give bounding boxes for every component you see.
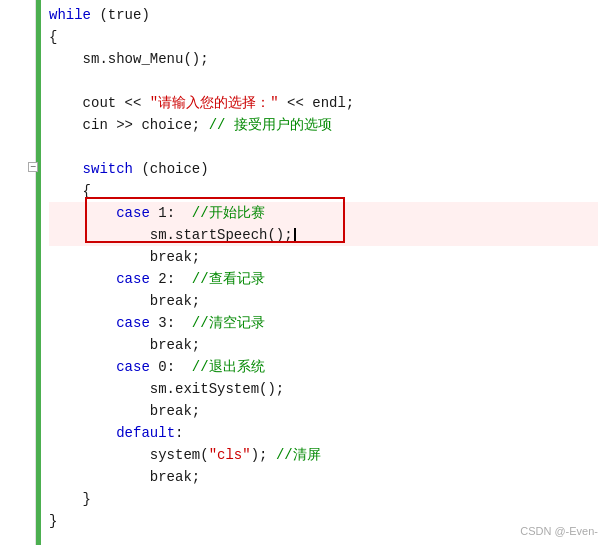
text-cursor [294,228,296,242]
code-line-21: system("cls"); //清屏 [49,444,598,466]
code-line-22: break; [49,466,598,488]
line-numbers [0,0,36,545]
code-line-16: break; [49,334,598,356]
code-line-15: case 3: //清空记录 [49,312,598,334]
code-line-12: break; [49,246,598,268]
code-line-20: default: [49,422,598,444]
collapse-icon-while[interactable]: − [28,162,38,172]
code-line-24: } [49,510,598,532]
watermark: CSDN @-Even- [520,525,598,537]
code-line-18: sm.exitSystem(); [49,378,598,400]
code-line-3: sm.show_Menu(); [49,48,598,70]
code-line-6: cin >> choice; // 接受用户的选项 [49,114,598,136]
code-line-7 [49,136,598,158]
keyword-while: while [49,4,91,26]
code-line-9: { [49,180,598,202]
code-line-4 [49,70,598,92]
code-line-10: case 1: //开始比赛 [49,202,598,224]
code-line-23: } [49,488,598,510]
code-content[interactable]: while (true) { sm.show_Menu(); cout << "… [41,0,606,545]
code-editor: − while (true) { sm.show_Menu(); cout <<… [0,0,606,545]
code-line-8: switch (choice) [49,158,598,180]
code-line-13: case 2: //查看记录 [49,268,598,290]
code-line-14: break; [49,290,598,312]
code-line-5: cout << "请输入您的选择：" << endl; [49,92,598,114]
code-line-11: sm.startSpeech(); [49,224,598,246]
code-line-1: while (true) [49,4,598,26]
code-line-17: case 0: //退出系统 [49,356,598,378]
code-line-2: { [49,26,598,48]
code-line-19: break; [49,400,598,422]
